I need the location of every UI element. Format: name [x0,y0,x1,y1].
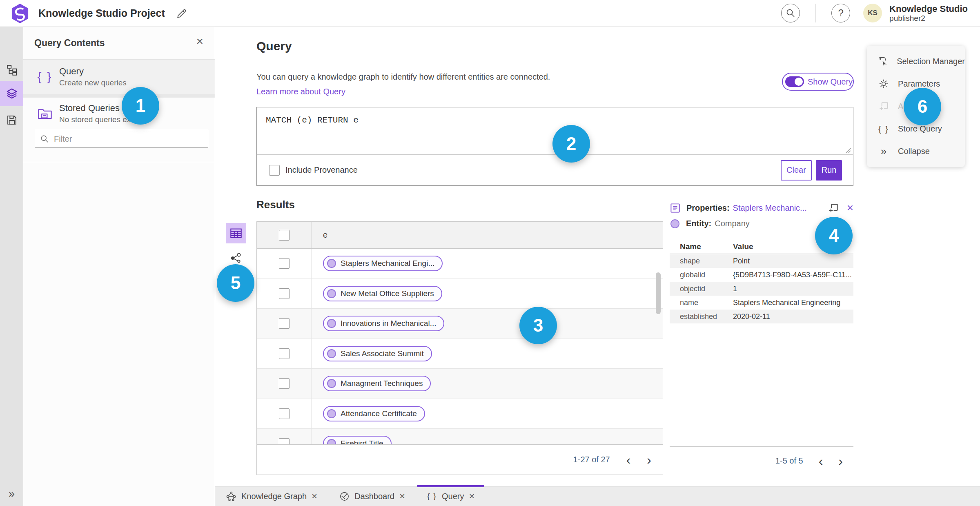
search-icon [786,8,795,18]
link-chart-view-button[interactable] [228,250,244,266]
entity-pill[interactable]: Sales Associate Summit [323,346,432,361]
panel-close-icon[interactable]: × [196,34,203,48]
app-logo-icon[interactable] [11,3,29,24]
callout-badge-6: 6 [904,88,941,125]
callout-badge-5: 5 [217,264,254,302]
filter-field [35,130,208,148]
entity-pill[interactable]: New Metal Office Suppliers [323,286,442,301]
pagination-next-icon[interactable]: › [838,455,843,468]
pagination-prev-icon[interactable]: ‹ [626,453,631,466]
show-query-toggle[interactable]: Show Query [782,73,854,91]
add-to-selection-icon[interactable] [828,203,839,214]
row-checkbox[interactable] [279,408,290,419]
property-row: globalid {5D9B4713-F98D-4A53-A59F-C11... [670,268,853,282]
pagination-next-icon[interactable]: › [647,453,651,466]
collapse-icon: » [878,145,890,158]
user-name: publisher2 [889,14,968,23]
entity-pill[interactable]: Innovations in Mechanical... [323,316,444,331]
entity-pill[interactable]: Staplers Mechanical Engi... [323,256,443,271]
include-provenance-checkbox[interactable] [269,165,280,176]
sidebar-item-save[interactable] [0,111,23,129]
entity-pill[interactable]: Managment Techniques [323,376,431,391]
help-button[interactable]: ? [831,4,850,22]
results-table: e Staplers Mechanical Engi... New Metal … [256,221,663,475]
properties-pagination: 1-5 of 5 ‹ › [670,446,853,475]
results-pagination: 1-27 of 27 ‹ › [257,444,663,475]
item-title: Query [59,66,127,77]
row-checkbox[interactable] [279,318,290,329]
row-checkbox[interactable] [279,348,290,359]
pagination-count: 1-27 of 27 [573,455,610,464]
properties-close-icon[interactable]: × [847,201,853,214]
tab-dashboard[interactable]: Dashboard × [330,486,415,506]
table-row: Managment Techniques [257,369,663,399]
callout-badge-1: 1 [122,87,159,125]
link-chart-icon [230,252,242,264]
tab-query[interactable]: { } Query × [417,486,484,506]
table-view-button[interactable] [226,223,246,243]
toggle-track [785,76,804,87]
tab-close-icon[interactable]: × [469,491,474,501]
resize-handle-icon[interactable] [846,147,851,155]
braces-icon: { } [427,492,437,501]
item-subtitle: Create new queries [59,78,127,87]
results-title: Results [256,198,295,211]
tab-close-icon[interactable]: × [399,491,405,501]
menu-item-collapse[interactable]: » Collapse [867,141,965,162]
sidebar-expand-button[interactable]: » [0,488,23,500]
row-checkbox[interactable] [279,378,290,389]
clear-button[interactable]: Clear [781,160,812,181]
contents-item-query[interactable]: { } Query Create new queries [23,59,215,94]
results-scrollbar[interactable] [656,272,661,314]
search-button[interactable] [781,4,800,22]
properties-icon [670,203,681,214]
schema-tree-icon [6,64,18,76]
properties-entity-link[interactable]: Staplers Mechanic... [733,203,807,213]
pagination-prev-icon[interactable]: ‹ [819,455,823,468]
table-row: New Metal Office Suppliers [257,279,663,309]
table-icon [230,227,242,239]
selection-manager-icon [878,56,889,67]
properties-label: Properties: [686,203,730,213]
row-checkbox[interactable] [279,288,290,299]
select-all-checkbox[interactable] [279,230,290,241]
property-row: objectid 1 [670,282,853,296]
toggle-knob [795,78,803,86]
pagination-count: 1-5 of 5 [775,456,803,466]
filter-search-icon [40,134,49,143]
contents-item-stored-queries[interactable]: Stored Queries No stored queries exist [23,98,215,129]
sidebar-item-contents-active[interactable] [0,81,23,106]
query-box-footer: Include Provenance Clear Run [257,154,853,185]
table-row: Firebird Title [257,429,663,444]
filter-input[interactable] [54,134,203,144]
entity-icon [327,439,336,444]
entity-label: Entity: [686,219,711,228]
sidebar-item-schema[interactable] [0,60,23,79]
callout-badge-4: 4 [815,217,853,254]
avatar[interactable]: KS [863,4,882,22]
run-button[interactable]: Run [816,160,842,181]
user-menu[interactable]: Knowledge Studio publisher2 [889,4,968,23]
help-icon: ? [838,7,843,19]
entity-pill[interactable]: Attendance Certificate [323,406,425,421]
pencil-icon [176,8,187,19]
braces-icon: { } [35,70,55,84]
row-checkbox[interactable] [279,438,290,444]
row-checkbox[interactable] [279,258,290,269]
entity-icon [327,409,336,418]
stored-queries-folder-icon [35,107,55,120]
entity-pill[interactable]: Firebird Title [323,436,392,444]
top-bar: Knowledge Studio Project ? KS Knowledge … [0,0,980,27]
entity-icon [327,349,336,358]
edit-title-button[interactable] [176,8,187,19]
menu-item-selection-manager[interactable]: Selection Manager [867,51,965,71]
save-icon [6,114,18,126]
callout-badge-3: 3 [519,307,557,344]
tab-knowledge-graph[interactable]: Knowledge Graph × [216,486,327,506]
learn-more-link[interactable]: Learn more about Query [256,87,345,96]
user-org: Knowledge Studio [889,4,968,14]
tab-close-icon[interactable]: × [312,491,317,501]
results-table-header: e [257,222,663,249]
entity-icon [327,259,336,268]
knowledge-graph-icon [226,491,236,502]
